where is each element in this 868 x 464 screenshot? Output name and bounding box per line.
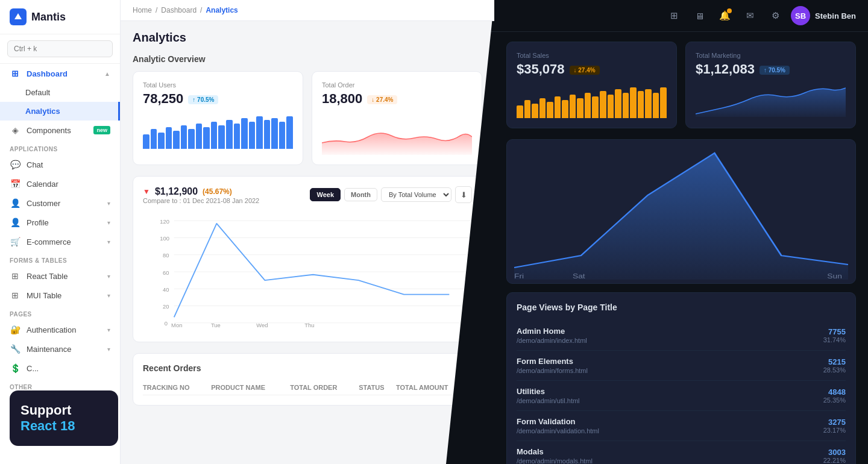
- components-label: Components: [27, 126, 87, 135]
- recent-orders-title: Recent Orders: [143, 363, 472, 373]
- col-total-order: TOTAL ORDER: [290, 380, 359, 395]
- page-name-forms: Form Elements: [517, 357, 588, 366]
- sidebar-item-maintenance[interactable]: 🔧 Maintenance ▾: [0, 339, 120, 359]
- col-product: PRODUCT NAME: [211, 380, 290, 395]
- btn-month[interactable]: Month: [344, 188, 377, 201]
- page-view-form-elements: Form Elements /demo/admin/forms.html 521…: [517, 351, 846, 381]
- react-table-icon: ⊞: [10, 271, 20, 281]
- metric-users-label: Total Users: [143, 81, 293, 89]
- dark-page-views-section: Page Views by Page Title Admin Home /dem…: [506, 292, 856, 464]
- pct-modals: 22.21%: [823, 457, 846, 464]
- default-label: Default: [25, 88, 50, 97]
- page-views-title: Page Views by Page Title: [517, 303, 846, 312]
- volume-select[interactable]: By Total Volume: [381, 187, 451, 202]
- svg-text:20: 20: [163, 303, 169, 310]
- breadcrumb-home[interactable]: Home: [133, 6, 152, 14]
- sidebar-logo[interactable]: Mantis: [0, 0, 120, 34]
- pct-valid: 23.17%: [823, 427, 846, 434]
- bar: [271, 118, 278, 149]
- page-name-valid: Form Validation: [517, 417, 599, 426]
- income-header: ▼ $1,12,900 (45.67%) Compare to : 01 Dec…: [143, 186, 472, 204]
- chat-icon: 💬: [10, 160, 20, 169]
- metric-orders-label: Total Order: [322, 81, 472, 89]
- download-button[interactable]: ⬇: [455, 186, 472, 203]
- bar: [264, 120, 271, 149]
- content-light: Home / Dashboard / Analytics Analytics A…: [121, 0, 494, 464]
- sidebar-item-components[interactable]: ◈ Components new: [0, 121, 120, 140]
- bar: [585, 93, 591, 118]
- customer-icon: 👤: [10, 198, 20, 208]
- income-info: ▼ $1,12,900 (45.67%) Compare to : 01 Dec…: [143, 186, 259, 204]
- breadcrumb-sep-2: /: [200, 6, 202, 14]
- bar: [524, 100, 531, 118]
- support-react18-popup[interactable]: Support React 18: [10, 390, 118, 446]
- sidebar-item-profile[interactable]: 👤 Profile ▾: [0, 213, 120, 232]
- search-bar[interactable]: [0, 34, 120, 64]
- metric-card-orders: Total Order 18,800 ↓ 27.4%: [312, 71, 482, 165]
- sidebar-item-chat[interactable]: 💬 Chat: [0, 155, 120, 174]
- dashboard-icon: ⊞: [10, 69, 20, 78]
- bar: [600, 91, 606, 118]
- sidebar-item-analytics[interactable]: Analytics: [0, 102, 120, 121]
- sidebar-item-ecommerce[interactable]: 🛒 E-commerce ▾: [0, 232, 120, 251]
- chevron-down-icon-7: ▾: [107, 346, 110, 353]
- sidebar-item-customer[interactable]: 👤 Customer ▾: [0, 193, 120, 213]
- app-name: Mantis: [31, 11, 66, 24]
- sidebar-item-react-table[interactable]: ⊞ React Table ▾: [0, 266, 120, 286]
- bar: [241, 118, 248, 149]
- grid-icon[interactable]: ⊞: [664, 6, 684, 25]
- sidebar-item-default[interactable]: Default: [0, 83, 120, 102]
- user-profile-dark[interactable]: SB Stebin Ben: [791, 6, 856, 25]
- income-amount: $1,12,900: [155, 186, 198, 197]
- sidebar-item-authentication[interactable]: 🔐 Authentication ▾: [0, 320, 120, 339]
- pct-util: 25.35%: [823, 397, 846, 404]
- income-arrow-down: ▼: [143, 187, 150, 196]
- metric-users-value: 78,250: [143, 91, 183, 107]
- page-path-modals: /demo/admin/modals.html: [517, 457, 593, 464]
- sidebar-item-calendar[interactable]: 📅 Calendar: [0, 174, 120, 193]
- settings-icon-dark[interactable]: ⚙: [766, 6, 785, 25]
- notification-icon[interactable]: 🔔: [715, 6, 734, 25]
- income-section: ▼ $1,12,900 (45.67%) Compare to : 01 Dec…: [133, 176, 482, 342]
- page-content-light: Analytics Analytic Overview Total Users …: [121, 21, 494, 415]
- analytic-overview-title: Analytic Overview: [133, 54, 482, 64]
- bar: [660, 87, 667, 118]
- btn-week[interactable]: Week: [310, 188, 341, 201]
- bar: [143, 134, 149, 149]
- dark-marketing-badge: ↑ 70.5%: [760, 66, 790, 75]
- svg-marker-0: [14, 13, 22, 19]
- monitor-icon[interactable]: 🖥: [690, 6, 709, 25]
- main-area: Home / Dashboard / Analytics Analytics A…: [121, 0, 868, 464]
- sidebar-item-mui-table[interactable]: ⊞ MUI Table ▾: [0, 286, 120, 305]
- sidebar-item-dashboard[interactable]: ⊞ Dashboard ▲: [0, 64, 120, 83]
- logo-icon: [10, 8, 27, 25]
- notification-badge-dot: [727, 8, 732, 13]
- chevron-down-icon-2: ▾: [107, 219, 110, 226]
- dark-sales-value: $35,078: [517, 61, 565, 77]
- bar: [653, 93, 659, 118]
- dark-marketing-value: $1,12,083: [696, 61, 755, 77]
- chevron-down-icon: ▾: [107, 200, 110, 207]
- mail-icon[interactable]: ✉: [740, 6, 760, 25]
- sidebar-item-other-c[interactable]: 💲 C...: [0, 359, 120, 378]
- bar: [286, 116, 293, 149]
- bar: [539, 98, 546, 118]
- page-name-util: Utilities: [517, 387, 580, 396]
- svg-text:Fri: Fri: [514, 273, 524, 280]
- search-input[interactable]: [7, 40, 113, 57]
- bar: [196, 124, 203, 149]
- content-dark: ⊞ 🖥 🔔 ✉ ⚙ SB Stebin Ben Total Sales: [446, 0, 868, 464]
- bar: [615, 89, 621, 118]
- breadcrumb: Home / Dashboard / Analytics: [133, 6, 238, 14]
- dark-metric-card-marketing: Total Marketing $1,12,083 ↑ 70.5%: [685, 42, 856, 128]
- breadcrumb-dashboard[interactable]: Dashboard: [161, 6, 197, 14]
- page-name-admin: Admin Home: [517, 327, 587, 336]
- svg-text:Thu: Thu: [304, 322, 314, 328]
- bar: [226, 120, 233, 149]
- svg-text:Mon: Mon: [171, 322, 182, 328]
- metric-users-badge: ↑ 70.5%: [188, 95, 218, 104]
- dark-sales-badge: ↓ 27.4%: [570, 66, 600, 75]
- svg-text:40: 40: [163, 286, 169, 293]
- count-util: 4848: [823, 387, 846, 397]
- maintenance-icon: 🔧: [10, 344, 20, 354]
